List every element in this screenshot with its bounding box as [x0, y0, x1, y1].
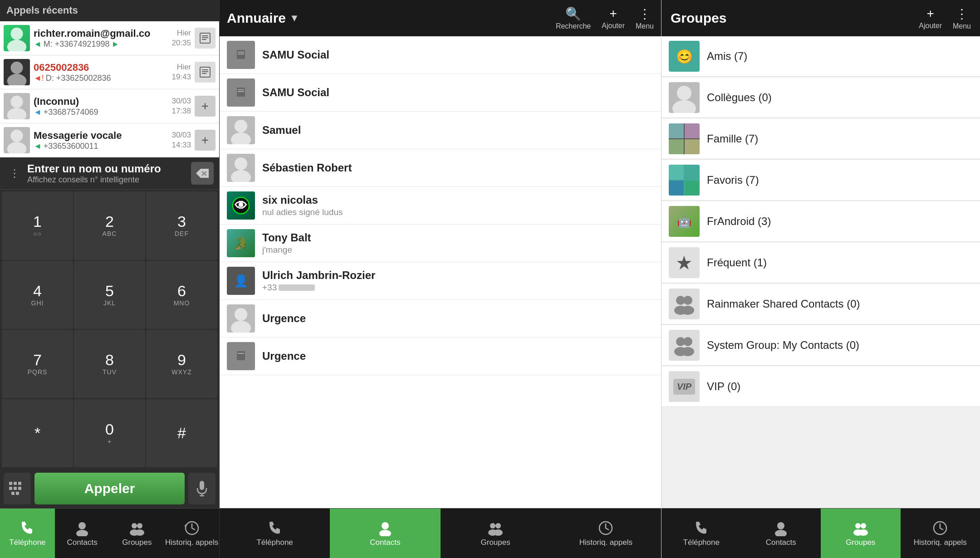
contact-item-urgence2[interactable]: Urgence: [220, 338, 661, 375]
group-item-rainmaker[interactable]: Rainmaker Shared Contacts (0): [662, 284, 980, 324]
menu-action[interactable]: ⋮ Menu: [636, 6, 654, 30]
group-avatar-collegues: [669, 82, 700, 113]
groups-menu-action[interactable]: ⋮ Menu: [953, 6, 971, 30]
dialpad-grid: 1○○ 2ABC 3DEF 4GHI 5JKL 6MNO 7PQRS 8TUV …: [0, 190, 219, 469]
group-item-amis[interactable]: 😊 Amis (7): [662, 36, 980, 77]
contact-avatar-samuel: [227, 116, 255, 144]
group-item-vip[interactable]: VIP VIP (0): [662, 367, 980, 407]
nav-history-contacts[interactable]: Historiq. appels: [551, 509, 661, 558]
nav-telephone-groups[interactable]: Téléphone: [662, 509, 741, 558]
contact-item-sixnicolas[interactable]: 👁 six nicolas nul adies signé ludus: [220, 187, 661, 225]
contact-item-urgence1[interactable]: Urgence: [220, 300, 661, 338]
nav-telephone[interactable]: Téléphone: [0, 509, 55, 558]
dialpad-key-2[interactable]: 2ABC: [74, 191, 145, 260]
contact-avatar-tonybalt: 🐊: [227, 229, 255, 257]
dialpad-key-0[interactable]: 0+: [74, 399, 145, 468]
annuaire-dropdown-icon[interactable]: ▼: [289, 12, 299, 24]
dialpad-key-6[interactable]: 6MNO: [146, 261, 217, 329]
contact-sub-sixnicolas: nul adies signé ludus: [262, 207, 654, 217]
nav-contacts-contacts[interactable]: Contacts: [330, 509, 440, 558]
nav-telephone-groups-label: Téléphone: [683, 538, 720, 547]
dialpad-key-3[interactable]: 3DEF: [146, 191, 217, 260]
call-time-4: 30/03 14:33: [172, 131, 191, 150]
dialpad-key-4[interactable]: 4GHI: [2, 261, 73, 329]
groups-add-icon: +: [926, 6, 934, 21]
dialpad-hint: Affichez conseils n° intelligente: [27, 175, 187, 185]
group-avatar-frequent: ★: [669, 247, 700, 278]
contact-item-ulrich[interactable]: 👤 Ulrich Jambrin-Rozier +33: [220, 262, 661, 300]
dialpad-key-1[interactable]: 1○○: [2, 191, 73, 260]
contacts-bottom-nav: Téléphone Contacts Groupes Historiq. app…: [220, 508, 661, 558]
call-action-2[interactable]: [195, 62, 216, 83]
contact-item-sebastien[interactable]: Sébastien Robert: [220, 149, 661, 187]
svg-point-15: [7, 142, 27, 153]
group-item-frequent[interactable]: ★ Fréquent (1): [662, 243, 980, 283]
group-item-mycontacts[interactable]: System Group: My Contacts (0): [662, 325, 980, 366]
nav-contacts-contacts-label: Contacts: [370, 538, 400, 547]
svg-point-13: [7, 108, 27, 119]
call-name-1: richter.romain@gmail.co: [34, 28, 168, 39]
search-action[interactable]: 🔍 Recherche: [556, 6, 591, 30]
call-item-3[interactable]: (Inconnu) ◄ +33687574069 30/03 17:38 +: [0, 89, 219, 123]
dialpad-key-8[interactable]: 8TUV: [74, 330, 145, 398]
nav-groups-phone[interactable]: Groupes: [110, 509, 165, 558]
svg-point-32: [132, 523, 137, 529]
svg-point-0: [10, 28, 23, 40]
dialpad-backspace-button[interactable]: [191, 162, 214, 185]
nav-history-groups[interactable]: Historiq. appels: [901, 509, 980, 558]
groups-header: Groupes + Ajouter ⋮ Menu: [662, 0, 980, 36]
groups-header-actions: + Ajouter ⋮ Menu: [919, 6, 971, 30]
menu-dots-icon: ⋮: [638, 6, 651, 21]
dialpad-key-hash[interactable]: #: [146, 399, 217, 468]
call-time-3: 30/03 17:38: [172, 97, 191, 116]
contact-info-sixnicolas: six nicolas nul adies signé ludus: [262, 194, 654, 217]
dialpad-menu-dots[interactable]: ⋮: [5, 165, 24, 181]
dialpad-keyboard-button[interactable]: [4, 473, 31, 504]
dialpad-key-9[interactable]: 9WXYZ: [146, 330, 217, 398]
group-item-famille[interactable]: Famille (7): [662, 119, 980, 159]
nav-contacts-phone[interactable]: Contacts: [55, 509, 110, 558]
call-action-1[interactable]: [195, 28, 216, 49]
nav-history-phone[interactable]: Historiq. appels: [164, 509, 219, 558]
group-item-collegues[interactable]: Collègues (0): [662, 78, 980, 118]
contact-item-samu1[interactable]: SAMU Social: [220, 36, 661, 74]
nav-groups-phone-label: Groupes: [122, 538, 152, 547]
contact-item-tonybalt[interactable]: 🐊 Tony Balt j'mange: [220, 225, 661, 262]
call-item-2[interactable]: 0625002836 ◄! D: +33625002836 Hier 19:43: [0, 55, 219, 89]
svg-point-6: [10, 62, 23, 74]
svg-point-61: [677, 86, 691, 100]
contact-name-tonybalt: Tony Balt: [262, 231, 654, 244]
svg-point-35: [135, 529, 144, 536]
group-name-amis: Amis (7): [707, 50, 747, 63]
groups-add-action[interactable]: + Ajouter: [919, 6, 942, 30]
recent-calls-list: richter.romain@gmail.co ◄ M: +3367492199…: [0, 21, 219, 157]
call-info-2: 0625002836 ◄! D: +33625002836: [34, 62, 168, 83]
contact-item-samu2[interactable]: SAMU Social: [220, 74, 661, 112]
call-add-4[interactable]: +: [195, 130, 216, 151]
call-item-1[interactable]: richter.romain@gmail.co ◄ M: +3367492199…: [0, 21, 219, 55]
contacts-panel: Annuaire ▼ 🔍 Recherche + Ajouter ⋮ Menu: [220, 0, 662, 558]
group-avatar-frandroid: 🤖: [669, 206, 700, 237]
nav-groups-contacts[interactable]: Groupes: [441, 509, 551, 558]
dialpad-mic-button[interactable]: [188, 473, 216, 504]
add-contact-action[interactable]: + Ajouter: [602, 6, 625, 30]
svg-point-56: [490, 523, 495, 529]
add-icon: +: [609, 6, 617, 21]
contact-name-sebastien: Sébastien Robert: [262, 162, 654, 174]
dialpad-key-star[interactable]: *: [2, 399, 73, 468]
contact-item-samuel[interactable]: Samuel: [220, 112, 661, 149]
nav-telephone-contacts[interactable]: Téléphone: [220, 509, 330, 558]
call-add-3[interactable]: +: [195, 96, 216, 117]
group-item-frandroid[interactable]: 🤖 FrAndroid (3): [662, 201, 980, 242]
phone-panel: Appels récents richter.romain@gmail.co ◄…: [0, 0, 220, 558]
nav-telephone-label: Téléphone: [9, 538, 45, 547]
dialpad-key-7[interactable]: 7PQRS: [2, 330, 73, 398]
call-button[interactable]: Appeler: [34, 473, 185, 504]
group-item-favoris[interactable]: Favoris (7): [662, 160, 980, 201]
dialpad-key-5[interactable]: 5JKL: [74, 261, 145, 329]
svg-rect-19: [9, 482, 12, 485]
nav-contacts-groups[interactable]: Contacts: [741, 509, 821, 558]
nav-groups-groups[interactable]: Groupes: [821, 509, 901, 558]
call-item-4[interactable]: Messagerie vocale ◄ +33653600011 30/03 1…: [0, 123, 219, 157]
call-time-1: Hier 20:35: [172, 29, 191, 48]
